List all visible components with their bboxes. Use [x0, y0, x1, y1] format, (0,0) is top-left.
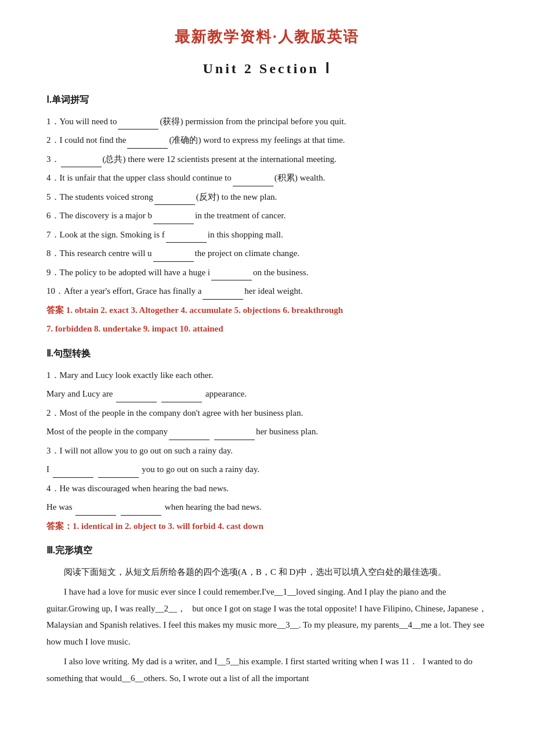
s2-q4-fill: He was when hearing the bad news. — [46, 499, 488, 516]
s2-q1-post: appearance. — [203, 389, 247, 398]
q4-hint: (积累) — [275, 173, 298, 182]
q4-post: wealth. — [298, 173, 325, 182]
unit-title: Unit 2 Section Ⅰ — [46, 56, 488, 81]
s2-q3-post: you to go out on such a rainy day. — [140, 465, 260, 474]
main-title: 最新教学资料·人教版英语 — [46, 23, 488, 51]
question-6: 6．The discovery is a major bin the treat… — [46, 207, 488, 224]
s2-q3-fill: I you to go out on such a rainy day. — [46, 461, 488, 478]
q1-hint: (获得) — [160, 117, 183, 126]
q2-num: 2．I could not find the — [46, 135, 126, 145]
s2-q4-pre: He was — [46, 502, 74, 512]
s2-question-2: 2．Most of the people in the company don'… — [46, 405, 488, 422]
q3-blank — [61, 167, 102, 167]
q4-blank — [233, 186, 273, 186]
question-7: 7．Look at the sign. Smoking is fin this … — [46, 226, 488, 243]
s2-q4-post: when hearing the bad news. — [163, 502, 262, 512]
q8-pre: 8．This research centre will u — [46, 249, 152, 258]
q1-num: 1．You will need to — [46, 117, 117, 126]
q2-post: word to express my feelings at that time… — [201, 135, 345, 145]
s2-q3-num: 3．I will not allow you to go out on such… — [46, 446, 233, 455]
answer-content-1: 1. obtain 2. exact 3. Altogether 4. accu… — [64, 305, 343, 315]
s2-q2-blank1 — [169, 440, 210, 440]
answer-label-2: 答案： — [46, 521, 73, 531]
section2-title: Ⅱ.句型转换 — [46, 345, 488, 362]
q3-post: there were 12 scientists present at the … — [126, 154, 337, 164]
q8-post: the project on climate change. — [195, 249, 300, 258]
question-2: 2．I could not find the(准确的) word to expr… — [46, 132, 488, 149]
section2-block: Ⅱ.句型转换 1．Mary and Lucy look exactly like… — [46, 345, 488, 534]
q4-num: 4．It is unfair that the upper class shou… — [46, 173, 232, 182]
q5-num: 5．The students voiced strong — [46, 192, 153, 201]
s2-q2-pre: Most of the people in the company — [46, 427, 168, 436]
q9-blank — [211, 280, 252, 280]
q2-hint: (准确的) — [169, 135, 201, 145]
q9-pre: 9．The policy to be adopted will have a h… — [46, 268, 210, 277]
question-1: 1．You will need to(获得) permission from t… — [46, 113, 488, 130]
s2-q1-mid — [158, 389, 160, 398]
q8-blank — [153, 261, 194, 262]
question-8: 8．This research centre will uthe project… — [46, 245, 488, 262]
question-4: 4．It is unfair that the upper class shou… — [46, 170, 488, 186]
q10-pre: 10．After a year's effort, Grace has fina… — [46, 286, 201, 296]
section1-title: Ⅰ.单词拼写 — [46, 92, 488, 109]
q1-post: permission from the principal before you… — [183, 117, 346, 126]
s2-q4-blank1 — [75, 515, 116, 516]
q1-blank — [118, 129, 158, 129]
question-3: 3．(总共) there were 12 scientists present … — [46, 151, 488, 168]
q5-blank — [154, 204, 195, 205]
q3-num: 3． — [46, 154, 60, 164]
s2-question-3: 3．I will not allow you to go out on such… — [46, 442, 488, 459]
s2-q2-blank2 — [214, 440, 255, 440]
question-5: 5．The students voiced strong(反对) to the … — [46, 189, 488, 206]
s2-q1-blank2 — [161, 402, 202, 402]
s2-q2-mid — [211, 427, 213, 436]
section3-block: Ⅲ.完形填空 阅读下面短文，从短文后所给各题的四个选项(A，B，C 和 D)中，… — [46, 542, 488, 686]
q6-post: in the treatment of cancer. — [195, 211, 286, 220]
s2-q4-num: 4．He was discouraged when hearing the ba… — [46, 484, 229, 493]
s2-q1-pre: Mary and Lucy are — [46, 389, 115, 398]
q3-hint: (总共) — [103, 154, 126, 164]
s2-q2-fill: Most of the people in the company her bu… — [46, 423, 488, 440]
section3-p2: I also love writing. My dad is a writer,… — [46, 653, 488, 686]
s2-q2-post: her business plan. — [256, 427, 318, 436]
q5-hint: (反对) — [196, 192, 219, 201]
s2-q1-fill: Mary and Lucy are appearance. — [46, 386, 488, 402]
s2-q3-blank1 — [53, 477, 93, 478]
s2-q4-blank2 — [121, 515, 161, 516]
answer-label-1: 答案 — [46, 305, 64, 315]
question-9: 9．The policy to be adopted will have a h… — [46, 264, 488, 281]
s2-q4-mid — [117, 502, 120, 512]
q7-blank — [166, 242, 207, 243]
q7-post: in this shopping mall. — [208, 230, 283, 239]
q10-post: her ideal weight. — [244, 286, 302, 296]
section2-answer: 答案：1. identical in 2. object to 3. will … — [46, 518, 488, 535]
q9-post: on the business. — [253, 268, 308, 277]
section1-answer1: 答案 1. obtain 2. exact 3. Altogether 4. a… — [46, 302, 488, 319]
q10-blank — [203, 299, 243, 300]
s2-question-4: 4．He was discouraged when hearing the ba… — [46, 480, 488, 497]
q2-blank — [127, 148, 168, 149]
s2-q3-pre: I — [46, 465, 52, 474]
s2-question-1: 1．Mary and Lucy look exactly like each o… — [46, 367, 488, 384]
s2-q1-blank1 — [116, 402, 157, 402]
section1-answer2: 7. forbidden 8. undertake 9. impact 10. … — [46, 321, 488, 337]
q7-pre: 7．Look at the sign. Smoking is f — [46, 230, 165, 239]
s2-q3-mid — [95, 465, 97, 474]
section1-block: Ⅰ.单词拼写 1．You will need to(获得) permission… — [46, 92, 488, 337]
s2-q2-num: 2．Most of the people in the company don'… — [46, 408, 303, 417]
section3-p1: I have had a love for music ever since I… — [46, 584, 488, 650]
section3-title: Ⅲ.完形填空 — [46, 542, 488, 559]
q6-blank — [153, 224, 194, 224]
answer-content-s2: 1. identical in 2. object to 3. will for… — [73, 521, 264, 531]
q5-post: to the new plan. — [219, 192, 277, 201]
q6-pre: 6．The discovery is a major b — [46, 211, 152, 220]
question-10: 10．After a year's effort, Grace has fina… — [46, 283, 488, 300]
s2-q3-blank2 — [98, 477, 139, 478]
s2-q1-num: 1．Mary and Lucy look exactly like each o… — [46, 370, 213, 380]
section3-intro: 阅读下面短文，从短文后所给各题的四个选项(A，B，C 和 D)中，选出可以填入空… — [46, 564, 488, 581]
answer-content-2: 7. forbidden 8. undertake 9. impact 10. … — [46, 324, 223, 333]
